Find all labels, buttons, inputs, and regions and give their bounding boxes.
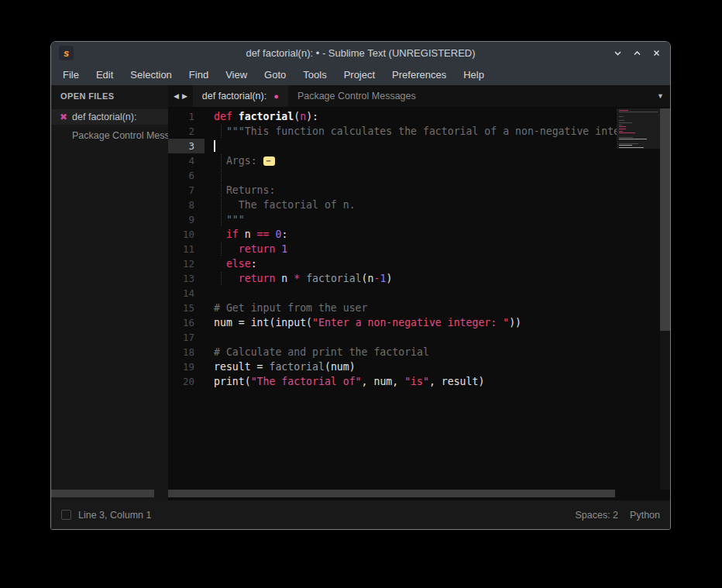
code-token: "Enter a non-negative integer: " <box>312 317 509 328</box>
menu-item-file[interactable]: File <box>54 69 88 81</box>
modified-dot-icon[interactable]: ● <box>273 91 279 101</box>
line-number: 16 <box>168 315 205 330</box>
minimap-line <box>619 129 626 129</box>
minimap-line <box>619 139 647 139</box>
minimap-line <box>619 125 622 126</box>
code-line[interactable]: 15# Get input from the user <box>168 301 670 315</box>
menu-item-selection[interactable]: Selection <box>122 69 180 81</box>
code-line[interactable]: 18# Calculate and print the factorial <box>168 345 670 359</box>
code-editor[interactable]: 1def factorial(n):2 """This function cal… <box>168 107 670 500</box>
menu-item-preferences[interactable]: Preferences <box>383 69 455 81</box>
code-line[interactable]: 1def factorial(n): <box>168 109 670 124</box>
line-text: The factorial of n. <box>205 198 356 212</box>
line-number: 4 <box>168 153 205 168</box>
sublime-logo-icon: s <box>59 46 74 60</box>
indent-guide <box>221 213 222 226</box>
vertical-scrollbar-thumb[interactable] <box>660 108 670 331</box>
line-number: 17 <box>168 330 205 345</box>
code-token: """This function calculates the factoria… <box>214 126 638 137</box>
code-line[interactable]: 9 """ <box>168 212 670 227</box>
code-token: , num, <box>362 376 405 387</box>
menu-item-find[interactable]: Find <box>180 69 217 81</box>
code-token: return <box>239 243 276 255</box>
cursor-position-label[interactable]: Line 3, Column 1 <box>78 510 152 521</box>
line-number: 13 <box>168 271 205 286</box>
menu-item-tools[interactable]: Tools <box>294 69 335 81</box>
menu-item-view[interactable]: View <box>217 69 256 81</box>
close-file-icon[interactable]: ✖ <box>60 112 67 122</box>
maximize-icon[interactable] <box>631 47 643 59</box>
indent-guide <box>221 125 222 138</box>
menu-item-help[interactable]: Help <box>455 69 493 81</box>
sidebar-file-item[interactable]: ✖def factorial(n): <box>51 109 168 125</box>
code-token <box>214 258 226 270</box>
code-token: if <box>226 229 239 240</box>
code-line[interactable]: 16num = int(input("Enter a non-negative … <box>168 315 670 330</box>
code-line[interactable]: 12 else: <box>168 256 670 271</box>
horizontal-scrollbar-thumb[interactable] <box>168 490 615 497</box>
code-token: factorial <box>269 361 324 373</box>
code-line[interactable]: 14 <box>168 286 670 301</box>
minimap[interactable] <box>617 108 660 149</box>
tab-inactive[interactable]: Package Control Messages <box>288 85 425 107</box>
code-line[interactable]: 10 if n == 0: <box>168 227 670 242</box>
tab-scroll-left-icon[interactable]: ◀ <box>174 92 179 100</box>
tab-scroll-right-icon[interactable]: ▶ <box>182 92 187 100</box>
code-line[interactable]: 6 <box>168 168 670 183</box>
code-token: = <box>239 317 245 328</box>
menu-item-edit[interactable]: Edit <box>88 69 122 81</box>
code-token: ( <box>294 111 300 122</box>
code-token: # Calculate and print the factorial <box>214 346 429 358</box>
line-text: # Calculate and print the factorial <box>205 345 429 359</box>
code-line[interactable]: 13 return n * factorial(n-1) <box>168 271 670 286</box>
code-token <box>214 243 239 255</box>
sidebar-file-item[interactable]: Package Control Messag <box>51 128 168 143</box>
line-text <box>205 286 214 301</box>
line-text: Returns: <box>205 183 275 198</box>
line-text: return 1 <box>205 242 287 256</box>
close-icon[interactable] <box>651 47 662 59</box>
indent-setting[interactable]: Spaces: 2 <box>575 510 618 521</box>
line-text: def factorial(n): <box>205 109 318 124</box>
indent-guide <box>221 272 222 285</box>
code-line[interactable]: 4 Args: ⋯ <box>168 153 670 168</box>
folded-region-icon[interactable]: ⋯ <box>263 156 275 166</box>
code-line[interactable]: 8 The factorial of n. <box>168 198 670 212</box>
code-line[interactable]: 19result = factorial(num) <box>168 359 670 374</box>
status-square-icon <box>61 510 71 520</box>
tab-list-dropdown-icon[interactable]: ▼ <box>657 92 670 100</box>
tab-bar: ◀ ▶ def factorial(n):●Package Control Me… <box>168 85 670 107</box>
code-line[interactable]: 2 """This function calculates the factor… <box>168 124 670 139</box>
syntax-setting[interactable]: Python <box>630 510 660 521</box>
code-line[interactable]: 7 Returns: <box>168 183 670 198</box>
minimap-line <box>619 147 644 148</box>
code-token: (n <box>362 273 374 284</box>
line-text <box>205 139 214 153</box>
code-line[interactable]: 17 <box>168 330 670 345</box>
line-number: 7 <box>168 183 205 198</box>
title-bar[interactable]: s def factorial(n): • - Sublime Text (UN… <box>51 42 670 64</box>
line-number: 9 <box>168 212 205 227</box>
horizontal-scrollbar[interactable] <box>168 490 614 497</box>
menu-item-project[interactable]: Project <box>335 69 383 81</box>
tab-label: Package Control Messages <box>297 91 416 101</box>
minimize-icon[interactable] <box>612 47 624 59</box>
code-line[interactable]: 3 <box>168 139 670 153</box>
sidebar-horizontal-scrollbar[interactable] <box>51 490 154 497</box>
vertical-scrollbar[interactable] <box>660 108 670 490</box>
code-line[interactable]: 11 return 1 <box>168 242 670 256</box>
code-token: )) <box>509 317 521 328</box>
line-number: 6 <box>168 168 205 183</box>
window-title: def factorial(n): • - Sublime Text (UNRE… <box>51 47 670 59</box>
tab-active[interactable]: def factorial(n):● <box>193 85 288 107</box>
code-token <box>300 273 306 284</box>
line-number: 15 <box>168 301 205 315</box>
code-token: : <box>251 258 257 270</box>
line-number: 19 <box>168 359 205 374</box>
minimap-line <box>619 112 658 112</box>
indent-guide <box>221 154 222 167</box>
code-line[interactable]: 20print("The factorial of", num, "is", r… <box>168 374 670 389</box>
line-text: num = int(input("Enter a non-negative in… <box>205 315 521 330</box>
minimap-line <box>619 116 624 117</box>
menu-item-goto[interactable]: Goto <box>256 69 294 81</box>
